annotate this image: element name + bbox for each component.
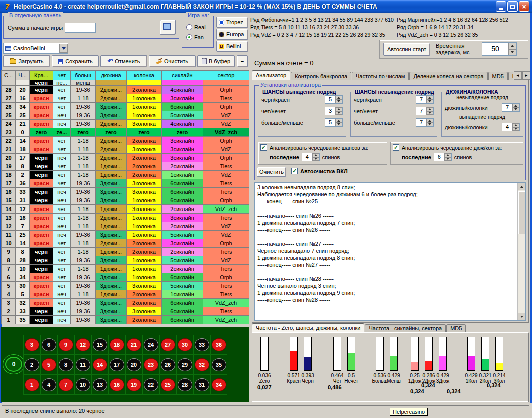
spinner-down-button[interactable] (335, 123, 342, 127)
board-number-19[interactable]: 19 (127, 378, 141, 391)
board-number-24[interactable]: 24 (144, 338, 158, 351)
toolbar-button-5[interactable]: В буфер (197, 55, 235, 67)
spinner-up-button[interactable] (426, 107, 433, 111)
chevron-down-icon[interactable] (59, 44, 68, 53)
scroll-up-button[interactable] (518, 183, 525, 190)
spinner-up-button[interactable] (312, 153, 319, 157)
board-number-1[interactable]: 1 (25, 378, 39, 391)
spinner-down-button[interactable] (444, 157, 451, 161)
toolbar-button-2[interactable]: Сохранить (52, 55, 99, 67)
spinner-up-button[interactable] (335, 119, 342, 123)
radio-option-fan[interactable]: Fan (186, 32, 206, 42)
freq-tab-2[interactable]: Частота - сиклайны, сектора (365, 324, 446, 332)
board-number-25[interactable]: 25 (161, 378, 175, 391)
tab-5[interactable]: MD5 (488, 72, 508, 80)
spinner-up-button[interactable] (512, 104, 519, 108)
spinner-down-button[interactable] (512, 127, 519, 131)
board-number-9[interactable]: 9 (59, 338, 73, 351)
tab-1[interactable]: Анализатор (252, 70, 290, 80)
board-number-10[interactable]: 10 (76, 378, 90, 391)
board-number-12[interactable]: 12 (76, 338, 90, 351)
spinner-up-button[interactable] (426, 96, 433, 100)
spinner-down-button[interactable] (512, 108, 519, 112)
board-number-2[interactable]: 2 (25, 358, 39, 371)
board-number-18[interactable]: 18 (110, 338, 124, 351)
board-number-29[interactable]: 29 (178, 358, 192, 371)
spinner-down-button[interactable] (426, 100, 433, 104)
board-number-28[interactable]: 28 (178, 378, 192, 391)
log-scrollbar[interactable] (517, 183, 525, 320)
detach-panel-button[interactable] (160, 20, 176, 35)
casino-button-tropez[interactable]: Tropez (216, 17, 248, 28)
spinner-down-button[interactable] (426, 111, 433, 115)
freq-bar (411, 337, 419, 371)
autospin-start-button[interactable]: Автоспин старт (383, 43, 430, 56)
spinner-down-button[interactable] (335, 100, 342, 104)
board-number-8[interactable]: 8 (59, 358, 73, 371)
board-number-33[interactable]: 33 (195, 338, 209, 351)
board-number-26[interactable]: 26 (161, 358, 175, 371)
casino-combo[interactable]: CasinoBellini (3, 43, 68, 54)
spinner-up-button[interactable] (444, 153, 451, 157)
board-number-5[interactable]: 5 (42, 358, 56, 371)
tab-scroll-left-button[interactable]: ◄ (514, 71, 522, 80)
board-number-23[interactable]: 23 (144, 358, 158, 371)
tab-4[interactable]: Деление колеса на сектора (409, 72, 487, 80)
board-number-20[interactable]: 20 (127, 358, 141, 371)
tab-2[interactable]: Контроль банкролла (291, 72, 351, 80)
board-number-31[interactable]: 31 (195, 378, 209, 391)
close-button[interactable]: × (519, 1, 529, 12)
spinner-down-button[interactable] (508, 49, 516, 56)
board-number-17[interactable]: 17 (110, 358, 124, 371)
board-number-6[interactable]: 6 (42, 338, 56, 351)
board-number-22[interactable]: 22 (144, 378, 158, 391)
minimize-button[interactable] (496, 1, 506, 12)
board-number-32[interactable]: 32 (195, 358, 209, 371)
clear-button[interactable]: Очистить (257, 167, 286, 177)
spinner-up-button[interactable] (335, 96, 342, 100)
scrollbar-thumb[interactable] (518, 191, 525, 234)
scroll-down-button[interactable] (518, 313, 525, 320)
freq-tab-3[interactable]: MD5 (446, 324, 466, 332)
casino-button-bellini[interactable]: BBellini (216, 41, 248, 52)
casino-button-europa[interactable]: Europa (216, 29, 248, 40)
tab-6[interactable]: Ко (508, 72, 513, 80)
spinner-up-button[interactable] (508, 43, 516, 49)
board-number-27[interactable]: 27 (161, 338, 175, 351)
toolbar-button-3[interactable]: ↶Отменить (100, 55, 147, 67)
board-number-14[interactable]: 14 (93, 358, 107, 371)
board-number-35[interactable]: 35 (212, 358, 226, 371)
collapse-button[interactable]: − (237, 55, 248, 67)
board-number-3[interactable]: 3 (25, 338, 39, 351)
cell-number: 7 (16, 222, 30, 231)
autoclear-checkbox[interactable]: ✓ (291, 168, 298, 174)
spinner-up-button[interactable] (335, 107, 342, 111)
board-number-11[interactable]: 11 (76, 358, 90, 371)
alt-chances-checkbox[interactable]: ✓ (260, 144, 267, 151)
tab-scroll-right-button[interactable]: ► (522, 71, 530, 80)
board-number-16[interactable]: 16 (110, 378, 124, 391)
spinner-up-button[interactable] (512, 123, 519, 127)
toolbar-button-4[interactable]: Очистить (149, 55, 196, 67)
restore-button[interactable] (507, 1, 518, 12)
board-number-36[interactable]: 36 (212, 338, 226, 351)
alt-dozen-checkbox[interactable]: ✓ (393, 144, 399, 151)
board-number-15[interactable]: 15 (93, 338, 107, 351)
spinner-up-button[interactable] (426, 119, 433, 123)
cell-number: 14 (16, 239, 30, 248)
tab-3[interactable]: Частоты по числам (352, 72, 409, 80)
board-number-4[interactable]: 4 (42, 378, 56, 391)
board-number-7[interactable]: 7 (59, 378, 73, 391)
spinner-down-button[interactable] (335, 111, 342, 115)
freq-tab-1[interactable]: Частота - Zero, шансы, дюжины, колонки (252, 323, 364, 332)
radio-option-real[interactable]: Real (186, 22, 206, 32)
board-number-30[interactable]: 30 (178, 338, 192, 351)
toolbar-button-1[interactable]: Загрузить (3, 55, 50, 67)
board-number-13[interactable]: 13 (93, 378, 107, 391)
board-number-0[interactable]: 0 (5, 357, 22, 372)
board-number-34[interactable]: 34 (212, 378, 226, 391)
spinner-down-button[interactable] (312, 157, 319, 161)
start-sum-input[interactable] (65, 23, 96, 33)
spinner-down-button[interactable] (426, 123, 433, 127)
board-number-21[interactable]: 21 (127, 338, 141, 351)
